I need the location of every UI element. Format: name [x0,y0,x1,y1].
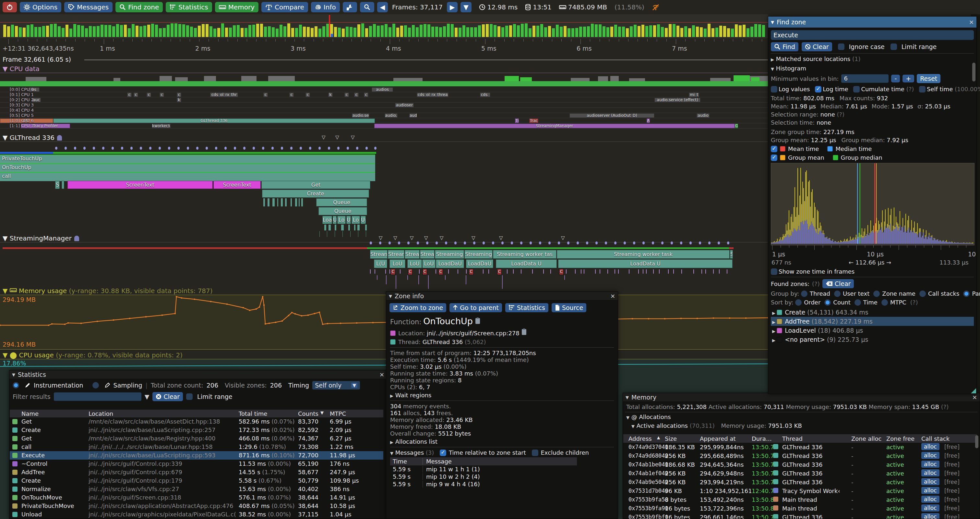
lock-marker[interactable] [586,241,588,244]
frame-bar[interactable] [38,27,41,37]
cpu-zone-c[interactable]: c [177,93,181,97]
frame-bar[interactable] [599,24,601,37]
messages-toggle[interactable]: Messages [395,449,424,456]
options-button[interactable]: Options [20,2,61,12]
lock-marker[interactable] [464,241,466,244]
frame-bar[interactable] [205,24,208,37]
cpu-zone-audio.[interactable]: audio. [385,113,398,118]
frame-bar[interactable] [34,27,37,37]
frame-bar[interactable] [525,23,528,37]
frame-bar[interactable] [754,24,757,37]
find-button[interactable]: Find [771,42,799,51]
sampling-radio[interactable] [92,382,99,388]
zone-frag[interactable] [285,198,287,206]
frame-bar[interactable] [97,26,100,37]
zone-frag[interactable] [301,198,302,206]
frame-bar[interactable] [194,28,197,37]
lock-marker[interactable] [121,147,123,150]
column-header-address[interactable]: Address [628,435,652,442]
zone-span-ScreenText[interactable]: ScreenText [213,181,261,189]
statistics-button[interactable]: Statistics [166,2,212,12]
group-by-user-text-radio[interactable] [834,291,840,297]
frame-bar[interactable] [649,25,652,37]
zone-frag[interactable] [354,225,356,230]
lock-marker[interactable] [482,241,485,244]
lock-marker[interactable] [652,241,654,244]
frame-bar[interactable] [85,28,88,37]
frame-bar[interactable] [610,27,613,37]
cpu-zone-Trac[interactable]: Trac [529,118,538,123]
time-relative-checkbox[interactable] [440,450,446,456]
frame-marker-icon[interactable]: ▽ [351,134,355,140]
lock-marker[interactable] [243,147,245,150]
zone-frag[interactable] [267,198,269,206]
zone-span-c[interactable]: C [469,269,474,275]
frame-bar[interactable] [280,25,282,37]
zone-span-c[interactable]: C [391,269,395,275]
frame-bar[interactable] [19,27,22,37]
frame-marker-icon[interactable]: ▽ [424,235,428,241]
frame-bar[interactable] [182,24,185,37]
search-input[interactable]: Execute [771,30,974,40]
frame-bar[interactable] [46,26,49,37]
lock-marker[interactable] [454,241,457,244]
cpu-zone-cds_ol_rx_thr[interactable]: cds_ol_rx_thr [210,93,238,97]
frame-bar[interactable] [657,24,660,37]
allocations-list-toggle[interactable]: Allocations list [395,438,438,445]
location-value[interactable]: jni/../jni/src/guif/Screen.cpp:278 [427,330,520,337]
zone-frag[interactable] [263,198,265,206]
prev-frame-button[interactable]: ◀ [377,2,388,12]
column-header-location[interactable]: Location [89,410,113,417]
frame-bar[interactable] [735,24,738,37]
group-by-zone-name-radio[interactable] [873,291,880,297]
zone-frag[interactable] [348,225,350,230]
lock-marker[interactable] [407,241,410,244]
frame-bar[interactable] [568,28,570,37]
frame-bar[interactable] [719,26,722,37]
zone-frag[interactable] [335,225,337,230]
zone-frag[interactable] [324,225,326,230]
column-header-zone-alloc[interactable]: Zone alloc [851,435,882,442]
column-header-name[interactable]: Name [21,410,38,417]
group-mean-checkbox[interactable] [771,155,777,161]
lock-marker[interactable] [347,147,349,150]
lock-marker[interactable] [196,147,199,150]
frame-bar[interactable] [439,27,442,37]
glthread-zone-call[interactable] [0,172,375,181]
lock-marker[interactable] [727,241,729,244]
column-header-thread[interactable]: Thread [782,435,803,442]
column-header-appeared-at[interactable]: Appeared at [700,435,736,442]
cpu-zone-audio[interactable]: audio [697,113,710,118]
clear-button[interactable]: Clear [802,42,832,51]
clear-found-button[interactable]: Clear [822,279,854,288]
frame-bar[interactable] [62,28,65,37]
frame-bar[interactable] [634,25,636,37]
cpu-zone-kworker/u[interactable]: kworker/u [152,124,170,128]
frame-bar[interactable] [268,26,271,37]
frame-bar[interactable] [509,25,512,37]
frame-bar[interactable] [552,28,555,37]
frame-bar[interactable] [435,27,438,37]
frame-bar[interactable] [132,24,135,37]
frame-bar[interactable] [653,25,656,37]
frame-bar[interactable] [128,28,131,37]
zone-span-loaddata[interactable]: LoadDaU [466,259,493,268]
go-to-parent-button[interactable]: Go to parent [449,303,502,312]
sort-by-mtpc-radio[interactable] [881,299,888,306]
frame-bar[interactable] [396,27,399,37]
frame-bar[interactable] [688,28,691,37]
statistics-button[interactable]: Statistics [505,303,548,312]
lock-marker[interactable] [605,241,607,244]
cpu-zone-A[interactable]: A [647,118,650,123]
table-row[interactable]: 0x74ab1be040186.68 KB294,645,364ns13:50.… [623,460,977,469]
frame-bar[interactable] [626,28,629,37]
expand-icon[interactable]: ▶ [772,338,777,343]
lock-marker[interactable] [577,241,579,244]
lock-marker[interactable] [205,147,208,150]
lock-marker[interactable] [379,241,381,244]
frame-bar[interactable] [463,25,465,37]
column-header-dura-[interactable]: Dura… [752,435,772,442]
frame-bar[interactable] [400,26,403,37]
limit-range-checkbox[interactable] [891,43,897,50]
zone-info-titlebar[interactable]: ▼Zone info✕ [386,292,618,300]
